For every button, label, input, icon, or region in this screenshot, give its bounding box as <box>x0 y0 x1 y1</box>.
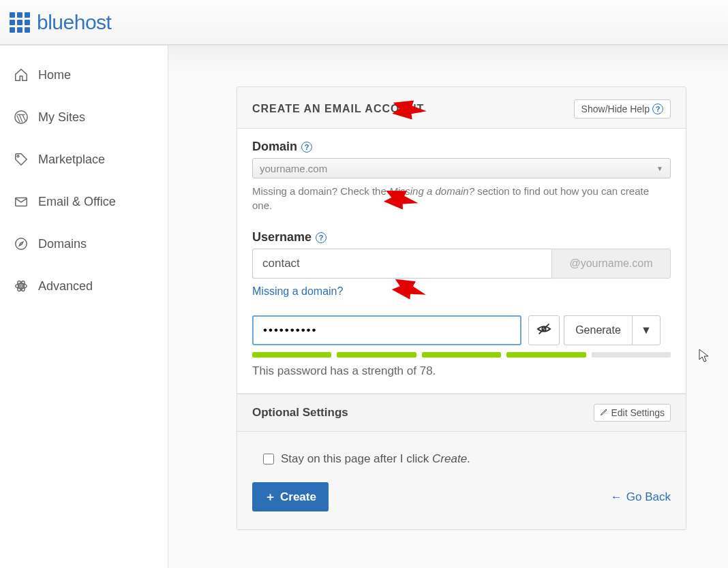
optional-settings-header: Optional Settings Edit Settings <box>237 394 686 432</box>
sidebar-item-label: My Sites <box>38 110 85 125</box>
missing-domain-link[interactable]: Missing a domain? <box>252 285 671 298</box>
atom-icon <box>14 279 29 294</box>
wordpress-icon <box>14 110 29 125</box>
sidebar-item-home[interactable]: Home <box>0 54 168 96</box>
eye-off-icon <box>536 321 551 339</box>
panel-header: CREATE AN EMAIL ACCOUNT Show/Hide Help ? <box>237 87 686 129</box>
generate-password-button[interactable]: Generate <box>564 315 632 345</box>
main-content: CREATE AN EMAIL ACCOUNT Show/Hide Help ?… <box>168 46 728 568</box>
panel-title: CREATE AN EMAIL ACCOUNT <box>252 103 424 115</box>
optional-settings-title: Optional Settings <box>252 406 348 420</box>
sidebar-item-advanced[interactable]: Advanced <box>0 265 168 307</box>
stay-on-page-option[interactable]: Stay on this page after I click Create. <box>263 452 671 466</box>
top-bar: bluehost <box>0 0 728 45</box>
stay-label: Stay on this page after I click Create. <box>281 452 470 466</box>
chevron-down-icon: ▼ <box>656 165 663 172</box>
sidebar: Home My Sites Marketplace Email & Office… <box>0 46 168 568</box>
home-icon <box>14 67 29 82</box>
cursor-icon <box>699 349 710 366</box>
sidebar-item-marketplace[interactable]: Marketplace <box>0 138 168 180</box>
username-field: Username ? @yourname.com Missing a domai… <box>252 230 671 298</box>
brand-name: bluehost <box>37 11 111 34</box>
sidebar-item-label: Email & Office <box>38 195 116 209</box>
username-label: Username ? <box>252 230 671 244</box>
grid-icon <box>10 12 30 33</box>
envelope-icon <box>14 194 29 209</box>
username-input[interactable] <box>252 249 551 279</box>
create-button[interactable]: ＋ Create <box>252 482 329 511</box>
generate-options-button[interactable]: ▼ <box>632 315 661 345</box>
domain-hint: Missing a domain? Check the Missing a do… <box>252 184 671 212</box>
chevron-down-icon: ▼ <box>641 324 652 336</box>
plus-icon: ＋ <box>264 489 276 505</box>
show-hide-help-button[interactable]: Show/Hide Help ? <box>574 99 671 119</box>
help-button-label: Show/Hide Help <box>581 104 650 114</box>
svg-point-4 <box>20 285 22 287</box>
sidebar-item-label: Home <box>38 68 71 82</box>
sidebar-item-label: Marketplace <box>38 153 105 167</box>
svg-point-3 <box>16 238 27 250</box>
brand-logo[interactable]: bluehost <box>10 11 111 34</box>
sidebar-item-label: Advanced <box>38 279 93 294</box>
question-icon[interactable]: ? <box>316 232 327 243</box>
create-email-panel: CREATE AN EMAIL ACCOUNT Show/Hide Help ?… <box>237 86 686 530</box>
edit-settings-button[interactable]: Edit Settings <box>594 404 671 422</box>
domain-select[interactable]: yourname.com ▼ <box>252 158 671 178</box>
domain-label: Domain ? <box>252 140 671 154</box>
compass-icon <box>14 236 29 251</box>
question-icon[interactable]: ? <box>301 142 312 153</box>
pencil-icon <box>600 407 608 418</box>
sidebar-item-email[interactable]: Email & Office <box>0 180 168 223</box>
stay-on-page-checkbox[interactable] <box>263 454 274 464</box>
username-domain-suffix: @yourname.com <box>551 249 671 279</box>
password-strength-meter <box>252 352 671 358</box>
sidebar-item-mysites[interactable]: My Sites <box>0 96 168 138</box>
sidebar-item-domains[interactable]: Domains <box>0 223 168 265</box>
password-strength-text: This password has a strength of 78. <box>252 364 671 378</box>
password-input[interactable] <box>252 315 521 345</box>
domain-field: Domain ? yourname.com ▼ Missing a domain… <box>252 140 671 212</box>
toggle-password-visibility-button[interactable] <box>528 315 560 345</box>
svg-line-9 <box>539 324 549 334</box>
panel-footer: Stay on this page after I click Create. … <box>237 432 686 529</box>
arrow-left-icon: ← <box>611 490 622 504</box>
svg-point-0 <box>15 111 27 123</box>
password-field: Generate ▼ This password has a strength … <box>252 315 671 378</box>
question-icon: ? <box>652 104 663 114</box>
go-back-link[interactable]: ← Go Back <box>611 490 671 504</box>
domain-selected-value: yourname.com <box>260 163 327 174</box>
sidebar-item-label: Domains <box>38 237 87 251</box>
tag-icon <box>14 152 29 167</box>
svg-point-1 <box>17 155 19 157</box>
